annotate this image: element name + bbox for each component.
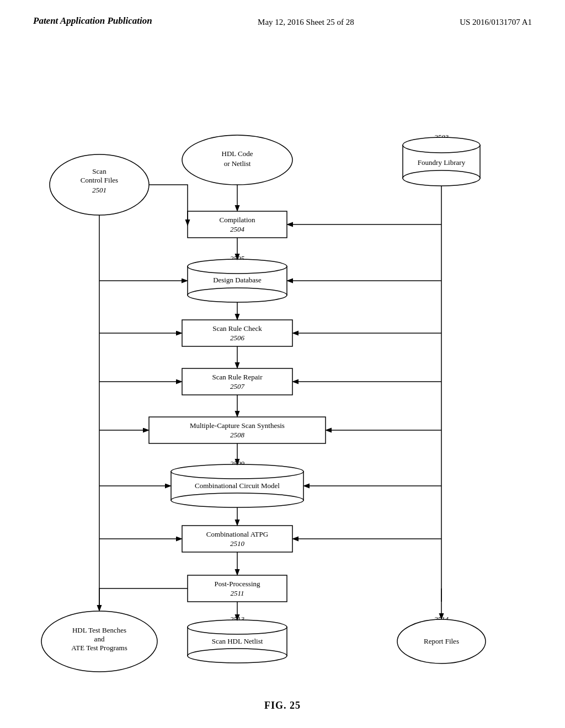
svg-text:Design Database: Design Database — [213, 276, 262, 284]
page-header: Patent Application Publication May 12, 2… — [0, 0, 565, 27]
svg-text:HDL Code: HDL Code — [222, 149, 253, 158]
svg-text:Post-Processing: Post-Processing — [214, 580, 260, 588]
publication-label: Patent Application Publication — [33, 15, 152, 26]
sheet-info: May 12, 2016 Sheet 25 of 28 — [258, 15, 354, 27]
svg-text:Scan: Scan — [92, 167, 106, 175]
svg-text:2506: 2506 — [230, 334, 245, 342]
flowchart-svg: Scan Control Files 2501 2502 HDL Code or… — [28, 44, 537, 678]
patent-number: US 2016/0131707 A1 — [460, 15, 532, 27]
svg-point-18 — [188, 259, 287, 274]
svg-text:Control Files: Control Files — [81, 176, 118, 184]
svg-text:ATE Test Programs: ATE Test Programs — [71, 644, 127, 652]
figure-label: FIG. 25 — [264, 700, 301, 711]
svg-text:HDL Test Benches: HDL Test Benches — [72, 626, 126, 634]
svg-text:Combinational Circuit Model: Combinational Circuit Model — [195, 481, 280, 490]
svg-text:Scan Rule Check: Scan Rule Check — [212, 324, 262, 333]
svg-text:2508: 2508 — [230, 431, 245, 439]
svg-text:2511: 2511 — [230, 589, 244, 597]
svg-point-49 — [188, 649, 287, 663]
svg-point-19 — [188, 288, 287, 302]
svg-text:Foundry Library: Foundry Library — [418, 158, 466, 167]
svg-text:Scan HDL Netlist: Scan HDL Netlist — [212, 637, 263, 645]
svg-text:Report Files: Report Files — [424, 637, 459, 645]
svg-point-33 — [171, 493, 303, 507]
svg-point-32 — [171, 464, 303, 479]
svg-text:2510: 2510 — [230, 539, 245, 548]
diagram-area: Scan Control Files 2501 2502 HDL Code or… — [28, 44, 537, 678]
svg-text:2501: 2501 — [92, 186, 106, 194]
svg-text:Combinational ATPG: Combinational ATPG — [206, 530, 268, 538]
svg-text:Scan Rule Repair: Scan Rule Repair — [212, 373, 263, 381]
svg-text:Multiple-Capture Scan Synthesi: Multiple-Capture Scan Synthesis — [190, 421, 285, 430]
svg-point-48 — [188, 620, 287, 634]
svg-point-10 — [403, 137, 480, 153]
svg-text:2507: 2507 — [230, 382, 245, 390]
svg-text:2504: 2504 — [230, 225, 245, 233]
svg-text:Compilation: Compilation — [220, 216, 256, 224]
svg-point-0 — [50, 154, 149, 215]
svg-text:or Netlist: or Netlist — [224, 159, 251, 168]
svg-point-11 — [403, 170, 480, 186]
svg-text:and: and — [94, 635, 105, 643]
